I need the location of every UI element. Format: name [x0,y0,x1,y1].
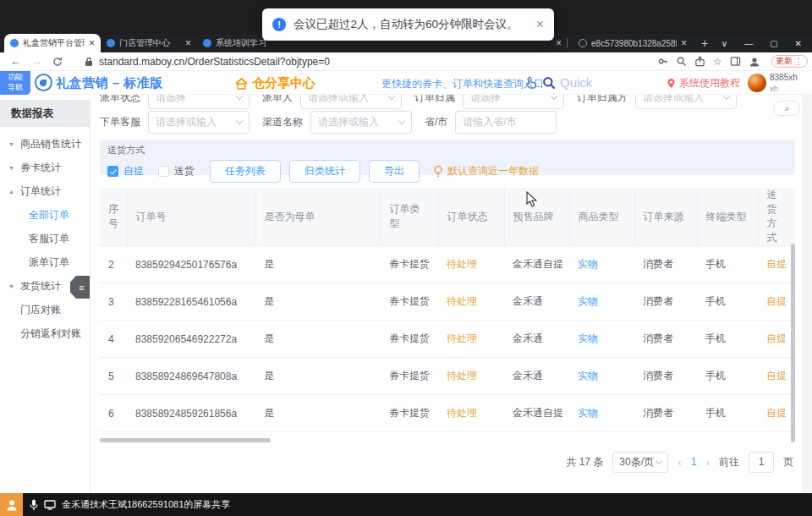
close-window-icon[interactable]: ✕ [795,39,802,48]
share-center-link[interactable]: 仓分享中心 [235,75,315,91]
cell-terminal: 手机 [697,432,758,443]
cell-order-no: 83858924859261856a [127,395,255,432]
chevron-down-icon [656,457,662,464]
tab-title: 礼盒营销平台管理中心 [23,37,85,49]
sidebar-item[interactable]: 客服订单 [0,227,90,250]
tab-title: e8c573980b1328a258fd2e6... [591,39,677,48]
sidebar-item[interactable]: ▼券卡统计 [0,156,90,179]
cell-order-type: 券卡提货 [381,283,438,321]
tab-close-icon[interactable]: × [556,37,562,49]
tab-favicon-icon [107,39,115,47]
sidebar-item[interactable]: 分销返利对账 [0,321,90,345]
cell-order-no: 83858924869647808a [127,358,255,395]
tab-search-icon[interactable]: ∨ [721,39,727,48]
pagination-total: 共 17 条 [566,455,603,469]
task-list-button[interactable]: 任务列表 [210,160,281,183]
category-stats-button[interactable]: 归类统计 [289,160,360,183]
kebab-menu-icon[interactable]: ⋮ [795,57,804,66]
browser-urlbar: ← → standard.maboy.cn/OrderStatisticsDet… [0,52,812,71]
sidebar-item-label: 券卡统计 [20,161,61,175]
delivery-group-label: 送货方式 [107,144,787,156]
cell-no: 6 [100,395,127,432]
cell-is-parent: 是 [255,358,381,395]
table-row[interactable]: 383859228165461056a是券卡提货待处理金禾通实物消费者手机自提 [100,283,795,321]
minimize-icon[interactable]: — [744,39,753,48]
nav-toggle-line1: 功能 [8,73,23,83]
function-nav-toggle[interactable]: 功能 导航 [0,71,30,95]
current-page[interactable]: 1 [691,456,697,468]
filter-select[interactable]: 请选择或输入 [310,111,412,134]
toast-close-icon[interactable]: × [528,18,544,31]
key-icon[interactable] [657,56,668,67]
share-icon[interactable] [694,56,705,67]
sidebar-item[interactable]: ▼商品销售统计 [0,132,90,156]
expand-filters-button[interactable]: » [773,101,800,116]
filter-label: 订单归属方 [577,95,628,105]
table-row[interactable]: 483859206546922272a是券卡提货待处理金禾通实物消费者手机自提 [100,321,795,358]
lock-icon[interactable] [85,57,93,67]
cell-is-parent: 是 [255,321,381,358]
filter-select[interactable]: 请选择或输入 [300,95,402,109]
goto-page-input[interactable]: 1 [749,452,774,473]
quick-label[interactable]: Quick [560,75,592,90]
chevron-down-icon: ▼ [8,283,20,289]
tab-close-icon[interactable]: × [89,37,95,49]
microphone-icon[interactable] [30,499,38,511]
checkbox-delivery-label[interactable]: 送货 [174,164,195,178]
forward-icon[interactable]: → [31,55,42,68]
sidebar-item[interactable]: 全部订单 [0,203,90,227]
nav-toggle-line2: 导航 [8,83,23,93]
prev-page-button[interactable]: ‹ [678,456,681,469]
vertical-scrollbar[interactable] [791,244,795,442]
quick-search-icon[interactable] [542,76,556,93]
export-button[interactable]: 导出 [369,160,420,183]
user-name: 8385xh xh [770,73,798,93]
pointer-finger-icon [525,76,537,92]
cell-order-type: 券卡提货 [381,358,438,395]
cell-no: 5 [100,358,127,395]
default-query-tip: 默认查询近一年数据 [433,164,539,178]
page-size-select[interactable]: 30条/页 [612,452,668,473]
zoom-icon[interactable] [676,56,687,67]
tab-close-icon[interactable]: × [681,37,687,49]
tab-favicon-icon [203,39,211,47]
checkbox-pickup-label[interactable]: 自提 [123,164,144,178]
checkbox-pickup[interactable] [107,166,118,177]
browser-tab[interactable]: e8c573980b1328a258fd2e6... × [573,34,693,52]
refresh-icon[interactable] [52,57,63,67]
table-row[interactable]: 683858924859261856a是券卡提货待处理金禾通自提实物消费者手机自… [100,395,795,432]
back-icon[interactable]: ← [10,55,21,68]
side-panel-icon[interactable] [730,56,741,67]
checkbox-delivery[interactable] [158,166,169,177]
horizontal-scrollbar[interactable] [100,438,271,442]
new-tab-button[interactable]: + [701,36,708,50]
profile-icon[interactable] [749,56,760,68]
quick-entry-text[interactable]: 更快捷的券卡、订单和快递查询入口 [381,77,544,91]
table-header-row: 序号订单号是否为母单订单类型订单状态预售品牌商品类型订单来源终端类型送货方式 [100,188,795,246]
tutorial-link[interactable]: 系统使用教程 [667,76,740,91]
filter-select[interactable]: 请选择或输入 [148,111,250,134]
sidebar-item[interactable]: ▲订单统计 [0,179,90,203]
filter-select[interactable]: 请选择或输入 [635,95,737,109]
filter-select[interactable]: 请选择 [463,95,564,109]
sidebar-menu: ▼商品销售统计▼券卡统计▲订单统计全部订单客服订单派单订单▼发货统计门店对账分销… [0,132,90,345]
sidebar-collapse-handle[interactable]: ≡ [70,276,90,299]
tab-close-icon[interactable]: × [185,37,191,49]
filter-select[interactable]: 请选择 [148,95,250,109]
browser-tab[interactable]: 礼盒营销平台管理中心× [4,34,101,52]
maximize-icon[interactable]: ▢ [770,39,777,48]
cell-product-type: 实物 [569,358,634,395]
table-row[interactable]: 583858924869647808a是券卡提货待处理金禾通实物消费者手机自提 [100,358,795,395]
browser-tab[interactable]: 门店管理中心× [101,34,197,52]
sidebar-item[interactable]: 门店对账 [0,298,90,321]
user-avatar[interactable] [748,74,766,92]
url-text[interactable]: standard.maboy.cn/OrderStatisticsDetail?… [99,56,330,68]
main-content: 派单状态请选择派单人请选择或输入订单归属请选择订单归属方请选择或输入 下单客服请… [91,95,812,493]
cell-source: 消费者 [634,358,697,395]
filter-input[interactable]: 请输入省/市 [455,111,557,134]
next-page-button[interactable]: › [706,456,710,469]
sidebar-item[interactable]: 派单订单 [0,250,90,274]
bookmark-star-icon[interactable]: ☆ [713,56,722,68]
update-button[interactable]: 更新 ⋮ [771,55,809,68]
table-row[interactable]: 283859294250176576a是券卡提货待处理金禾通自提实物消费者手机自… [100,246,795,283]
